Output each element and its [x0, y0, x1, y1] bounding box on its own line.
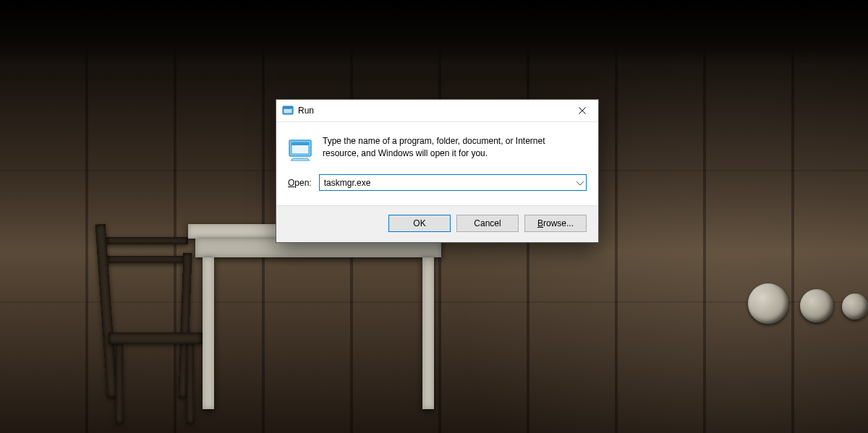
open-combobox[interactable]: [319, 174, 587, 191]
run-app-icon: [282, 105, 294, 116]
close-icon: [579, 107, 586, 114]
desktop-wallpaper: Run Type the name of a program, folder, …: [0, 0, 868, 433]
open-row: Open:: [276, 168, 598, 205]
close-button[interactable]: [566, 100, 598, 121]
run-dialog: Run Type the name of a program, folder, …: [276, 99, 599, 243]
dialog-body: Type the name of a program, folder, docu…: [276, 122, 598, 168]
run-large-icon: [288, 137, 312, 161]
wallpaper-lid: [748, 283, 788, 324]
dialog-description: Type the name of a program, folder, docu…: [323, 135, 569, 161]
wallpaper-texture: [0, 0, 868, 65]
cancel-button[interactable]: Cancel: [456, 215, 519, 232]
wallpaper-lid: [800, 289, 833, 322]
wallpaper-lid: [842, 293, 868, 320]
button-row: OK Cancel Browse...: [276, 205, 598, 242]
ok-button[interactable]: OK: [388, 215, 451, 232]
open-input[interactable]: [319, 174, 587, 191]
svg-rect-2: [284, 108, 292, 109]
titlebar[interactable]: Run: [276, 100, 598, 122]
browse-button[interactable]: Browse...: [524, 215, 587, 232]
svg-rect-7: [292, 142, 309, 145]
dialog-title: Run: [298, 106, 314, 116]
wallpaper-table: [188, 224, 448, 412]
open-label: Open:: [288, 178, 312, 188]
